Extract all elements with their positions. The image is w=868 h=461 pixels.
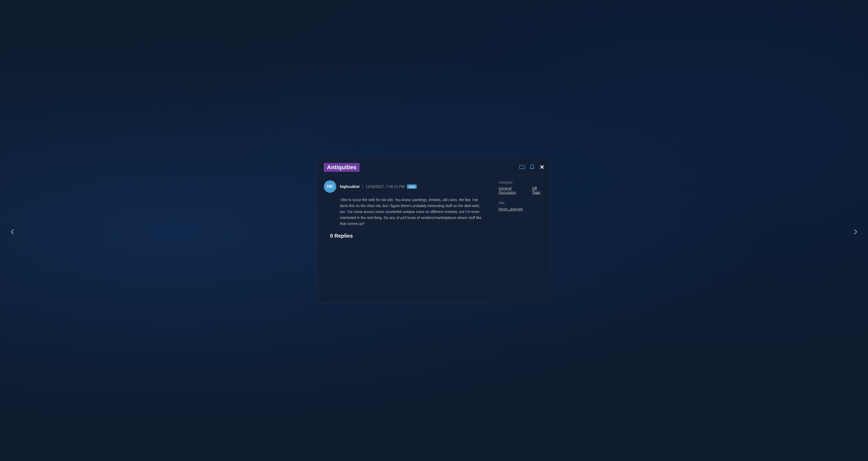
modal-header: Antiquities ✕ — [318, 158, 550, 175]
replies-section: 0 Replies — [324, 227, 487, 244]
site-name-link[interactable]: forum_avenger — [499, 207, 523, 211]
post-header: HG highcubist | 11/16/2017, 7:00:12 PM p… — [324, 180, 487, 193]
category-parent-link[interactable]: General Discussion — [499, 186, 528, 195]
replies-number: 0 — [330, 233, 333, 239]
post-body: I like to scour the web for old shit. Yo… — [324, 197, 487, 227]
modal-title: Antiquities — [324, 163, 360, 172]
folder-icon[interactable] — [519, 164, 525, 171]
header-icons: ✕ — [519, 164, 544, 171]
username: highcubist — [340, 184, 360, 189]
close-icon[interactable]: ✕ — [539, 164, 544, 171]
sidebar: Category: General Discussion › Off Topic… — [493, 175, 550, 303]
bell-icon[interactable] — [530, 164, 535, 171]
avatar-initials: HG — [327, 184, 333, 189]
next-arrow[interactable]: › — [848, 218, 863, 243]
next-arrow-icon: › — [854, 224, 858, 237]
replies-count: 0 Replies — [330, 233, 353, 239]
main-content: HG highcubist | 11/16/2017, 7:00:12 PM p… — [318, 175, 493, 303]
category-current-link[interactable]: Off Topic — [532, 186, 545, 195]
modal-body: HG highcubist | 11/16/2017, 7:00:12 PM p… — [318, 175, 550, 303]
prev-arrow-icon: ‹ — [10, 224, 14, 237]
site-label: Site: — [499, 201, 545, 205]
avatar: HG — [324, 180, 336, 193]
post-type-badge: post — [407, 185, 416, 189]
post-timestamp: 11/16/2017, 7:00:12 PM — [366, 185, 404, 189]
post-modal: Antiquities ✕ — [317, 158, 551, 303]
meta-separator: | — [362, 184, 363, 189]
post-meta: highcubist | 11/16/2017, 7:00:12 PM post — [340, 184, 416, 189]
replies-label: Replies — [335, 233, 353, 239]
category-label: Category: — [499, 180, 545, 184]
prev-arrow[interactable]: ‹ — [5, 218, 20, 243]
category-breadcrumb: General Discussion › Off Topic — [499, 186, 545, 195]
category-arrow-icon: › — [529, 188, 530, 192]
